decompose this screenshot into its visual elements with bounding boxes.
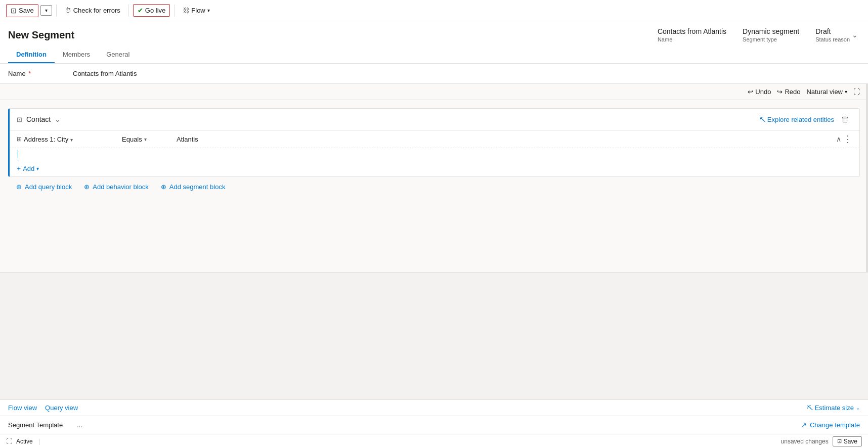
add-chevron-icon: ▾ (36, 166, 39, 171)
condition-more-button[interactable]: ⋮ (843, 135, 852, 144)
block-header-right: Explore related entities 🗑 (759, 114, 852, 125)
separator (56, 5, 57, 17)
change-template-icon: ↗ (801, 421, 807, 429)
check-errors-button[interactable]: ⏱ Check for errors (61, 5, 124, 16)
bottom-panel-tabs: Flow view Query view ⛏ Estimate size ⌄ (0, 400, 868, 416)
name-field-value: Contacts from Atlantis (73, 70, 137, 77)
segment-template-label: Segment Template (8, 421, 69, 429)
add-behavior-block-button[interactable]: ⊕ Add behavior block (84, 183, 149, 191)
expand-icon (853, 88, 860, 96)
header-status-label: Status reason (815, 36, 850, 42)
query-view-tab[interactable]: Query view (45, 404, 78, 412)
condition-field: ⊞ Address 1: City ▾ (17, 136, 118, 143)
delete-icon: 🗑 (841, 115, 849, 123)
status-text: Active (16, 438, 33, 445)
condition-field-name: Address 1: City (24, 136, 68, 143)
tab-general[interactable]: General (98, 47, 138, 63)
check-errors-icon: ⏱ (65, 7, 71, 14)
header-collapse-button[interactable]: ⌄ (850, 29, 860, 41)
condition-actions: ∧ ⋮ (836, 135, 852, 144)
toolbar: ⊡ Save ▾ ⏱ Check for errors ✔ Go live ⛓ … (0, 0, 868, 21)
bottom-panel: Flow view Query view ⛏ Estimate size ⌄ S… (0, 399, 868, 434)
separator2 (128, 5, 129, 17)
name-form-row: Name * Contacts from Atlantis (8, 70, 860, 77)
status-bar-save-button[interactable]: ⊡ Save (833, 436, 862, 446)
flow-label: Flow (191, 7, 205, 14)
block-title-dropdown-button[interactable]: ⌄ (55, 115, 61, 123)
redo-label: Redo (785, 88, 800, 96)
header-name-label: Name (658, 36, 726, 42)
header-name-field: Contacts from Atlantis Name (658, 27, 726, 42)
flow-button[interactable]: ⛓ Flow ▾ (179, 5, 213, 16)
status-bar-save-label: Save (844, 438, 857, 445)
tab-definition[interactable]: Definition (8, 47, 55, 63)
separator3 (174, 5, 175, 17)
template-left: Segment Template ... (8, 421, 82, 429)
status-left: ⛶ Active | (6, 437, 42, 445)
go-live-icon: ✔ (138, 7, 143, 14)
flow-icon: ⛓ (183, 7, 189, 14)
estimate-icon: ⛏ (807, 405, 813, 412)
header-segment-type-value: Dynamic segment (743, 27, 799, 35)
canvas-toolbar: Undo Redo Natural view ▾ (0, 84, 868, 100)
undo-icon (748, 88, 753, 96)
status-separator: | (39, 437, 40, 445)
page-title: New Segment (8, 29, 74, 41)
condition-operator-select[interactable]: Equals ▾ (122, 136, 172, 143)
header-name-value: Contacts from Atlantis (658, 27, 726, 35)
flow-view-label: Flow view (8, 404, 37, 412)
add-behavior-icon: ⊕ (84, 183, 90, 191)
add-behavior-label: Add behavior block (93, 183, 149, 191)
form-section: Name * Contacts from Atlantis (0, 64, 868, 84)
condition-value: Atlantis (177, 136, 832, 143)
condition-value-text: Atlantis (177, 136, 198, 143)
tab-members[interactable]: Members (55, 47, 98, 63)
scroll-indicator (866, 84, 868, 272)
status-bar: ⛶ Active | unsaved changes ⊡ Save (0, 434, 868, 448)
contact-icon: ⊡ (17, 116, 22, 123)
header-segment-type-field: Dynamic segment Segment type (743, 27, 799, 42)
main-content: Name * Contacts from Atlantis Undo Redo … (0, 64, 868, 399)
add-row: + Add ▾ (10, 160, 859, 176)
condition-field-dropdown-button[interactable]: ▾ (70, 136, 73, 143)
add-query-block-button[interactable]: Add query block (16, 183, 72, 191)
header-status-value: Draft (815, 27, 850, 35)
save-button[interactable]: ⊡ Save (6, 4, 38, 17)
required-indicator: * (28, 70, 31, 77)
page-header: New Segment Contacts from Atlantis Name … (0, 21, 868, 64)
status-right: unsaved changes ⊡ Save (781, 436, 862, 446)
estimate-chevron-icon: ⌄ (856, 405, 860, 411)
redo-button[interactable]: Redo (777, 88, 800, 96)
template-row: Segment Template ... ↗ Change template (0, 416, 868, 434)
tab-definition-label: Definition (16, 51, 47, 58)
add-query-label: Add query block (25, 183, 72, 191)
natural-view-button[interactable]: Natural view ▾ (806, 88, 847, 96)
undo-button[interactable]: Undo (748, 88, 771, 96)
add-condition-button[interactable]: + Add ▾ (17, 164, 39, 172)
condition-field-chevron-icon: ▾ (70, 137, 73, 143)
change-template-button[interactable]: ↗ Change template (801, 421, 860, 429)
save-dropdown-button[interactable]: ▾ (40, 5, 52, 16)
name-field-label: Name * (8, 70, 69, 77)
delete-block-button[interactable]: 🗑 (838, 114, 852, 125)
explore-icon (759, 116, 765, 123)
condition-collapse-button[interactable]: ∧ (836, 135, 841, 143)
chevron-down-icon: ⌄ (852, 31, 858, 39)
tab-members-label: Members (63, 51, 90, 58)
query-blocks-row: Add query block ⊕ Add behavior block ⊕ A… (8, 177, 860, 197)
cursor-row (10, 148, 859, 160)
header-segment-type-label: Segment type (743, 36, 799, 42)
add-segment-block-button[interactable]: ⊕ Add segment block (161, 183, 226, 191)
field-icon: ⊞ (17, 136, 22, 143)
tab-bar: Definition Members General (8, 47, 860, 63)
add-segment-label: Add segment block (169, 183, 226, 191)
go-live-button[interactable]: ✔ Go live (133, 4, 170, 17)
explore-related-entities-button[interactable]: Explore related entities (759, 116, 834, 123)
undo-label: Undo (755, 88, 771, 96)
segment-block: ⊡ Contact ⌄ Explore related entities 🗑 (8, 108, 860, 177)
explore-label: Explore related entities (767, 116, 834, 123)
block-title: Contact (26, 115, 51, 123)
expand-button[interactable] (853, 88, 860, 96)
flow-view-tab[interactable]: Flow view (8, 404, 37, 412)
estimate-size-button[interactable]: ⛏ Estimate size ⌄ (807, 404, 860, 412)
